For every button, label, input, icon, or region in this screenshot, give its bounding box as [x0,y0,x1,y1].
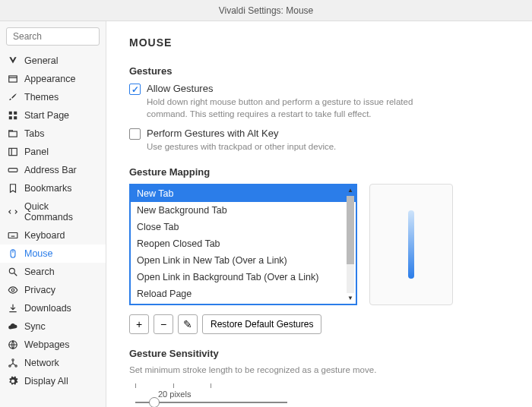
sidebar-item-quick-commands[interactable]: Quick Commands [0,197,106,226]
window-icon [8,74,18,84]
sidebar-item-panel[interactable]: Panel [0,143,106,161]
sidebar-item-label: Address Bar [24,165,77,175]
slider-ticks [135,383,211,388]
vivaldi-icon [8,55,18,66]
svg-rect-3 [14,112,17,115]
sidebar-item-keyboard[interactable]: Keyboard [0,226,106,245]
sidebar-item-sync[interactable]: Sync [0,317,106,336]
svg-point-22 [12,359,14,361]
cloud-icon [8,321,18,332]
edit-gesture-button[interactable]: ✎ [178,314,198,334]
sidebar-item-general[interactable]: General [0,52,106,70]
gesture-list-item[interactable]: Open Link in Background Tab (Over a Link… [131,269,356,286]
allow-gestures-checkbox[interactable] [129,84,141,95]
sidebar-item-bookmarks[interactable]: Bookmarks [0,179,106,197]
panel-icon [8,147,18,157]
svg-point-18 [9,268,14,273]
bookmark-icon [8,183,18,194]
sensitivity-slider[interactable] [135,402,287,403]
scrollbar-thumb[interactable] [347,196,354,264]
gesture-list-item[interactable]: New Tab [131,185,356,202]
svg-rect-7 [9,148,17,155]
sidebar: GeneralAppearanceThemesStart PageTabsPan… [0,21,106,407]
scroll-down-arrow[interactable]: ▼ [347,295,354,302]
allow-gestures-label: Allow Gestures [147,83,420,94]
download-icon [8,303,18,314]
restore-gestures-button[interactable]: Restore Default Gestures [202,314,321,334]
gesture-listbox[interactable]: New TabNew Background TabClose TabReopen… [129,184,357,305]
slider-thumb[interactable] [149,397,160,407]
eye-icon [8,285,18,295]
sidebar-item-themes[interactable]: Themes [0,88,106,106]
arrows-icon [8,207,18,217]
mouse-icon [8,248,18,259]
sidebar-item-privacy[interactable]: Privacy [0,281,106,299]
sidebar-item-label: Bookmarks [24,183,72,194]
scrollbar-track[interactable] [347,196,354,293]
sidebar-item-webpages[interactable]: Webpages [0,336,106,354]
add-gesture-button[interactable]: + [129,314,149,334]
content-pane: MOUSE Gestures Allow Gestures Hold down … [106,21,532,407]
tabs-icon [8,128,18,139]
remove-gesture-button[interactable]: − [154,314,173,334]
sidebar-item-search[interactable]: Search [0,263,106,281]
network-icon [8,358,18,368]
sensitivity-desc: Set minimum stroke length to be recogniz… [129,365,509,374]
sidebar-item-label: Start Page [24,110,69,121]
keyboard-icon [8,230,18,241]
gesture-list-item[interactable]: Close Tab [131,219,356,235]
gesture-list-item[interactable]: History Back [131,302,356,304]
altkey-gestures-checkbox[interactable] [129,128,141,140]
sidebar-item-downloads[interactable]: Downloads [0,299,106,317]
sidebar-item-label: Downloads [24,303,71,314]
sidebar-item-mouse[interactable]: Mouse [0,245,106,263]
svg-rect-4 [9,116,12,119]
sidebar-item-label: General [24,55,58,66]
search-input[interactable] [6,27,100,46]
svg-point-23 [9,365,11,367]
svg-rect-2 [9,112,12,115]
gestures-heading: Gestures [129,65,509,77]
gesture-list-item[interactable]: New Background Tab [131,202,356,219]
allow-gestures-desc: Hold down right mouse button and perform… [147,96,420,120]
svg-point-20 [11,289,14,292]
gesture-stroke-icon [408,210,414,279]
gesture-list-item[interactable]: Reload Page [131,286,356,302]
sidebar-item-start-page[interactable]: Start Page [0,106,106,125]
brush-icon [8,92,18,103]
page-heading: MOUSE [129,36,509,49]
address-icon [8,165,18,175]
svg-rect-0 [9,76,17,82]
sidebar-item-label: Appearance [24,74,75,84]
sidebar-item-label: Tabs [24,128,44,139]
altkey-gestures-desc: Use gestures with trackpad or other inpu… [147,140,336,153]
sidebar-item-label: Quick Commands [24,201,98,222]
sidebar-item-display-all[interactable]: Display All [0,372,106,390]
svg-line-19 [14,273,17,276]
slider-tick-label: 20 pixels [158,390,509,399]
svg-rect-5 [14,116,17,119]
sidebar-item-label: Search [24,267,55,277]
sidebar-item-label: Privacy [24,285,55,295]
sidebar-item-address-bar[interactable]: Address Bar [0,161,106,179]
gesture-list-item[interactable]: Reopen Closed Tab [131,235,356,252]
svg-rect-9 [8,169,17,172]
sidebar-item-label: Display All [24,376,68,386]
svg-rect-6 [9,131,17,137]
sidebar-item-tabs[interactable]: Tabs [0,125,106,143]
sidebar-item-label: Mouse [24,248,53,259]
sidebar-item-label: Webpages [24,339,70,350]
scroll-up-arrow[interactable]: ▲ [347,187,354,194]
svg-rect-10 [8,233,17,238]
sidebar-item-network[interactable]: Network [0,354,106,372]
sidebar-item-label: Themes [24,92,59,103]
sidebar-item-label: Panel [24,147,49,157]
sidebar-item-appearance[interactable]: Appearance [0,70,106,88]
svg-point-24 [15,365,17,367]
sidebar-item-label: Network [24,358,59,368]
gear-icon [8,376,18,386]
sidebar-item-label: Sync [24,321,46,332]
gesture-list-item[interactable]: Open Link in New Tab (Over a Link) [131,252,356,269]
sidebar-item-label: Keyboard [24,230,65,241]
window-title: Vivaldi Settings: Mouse [0,0,532,21]
